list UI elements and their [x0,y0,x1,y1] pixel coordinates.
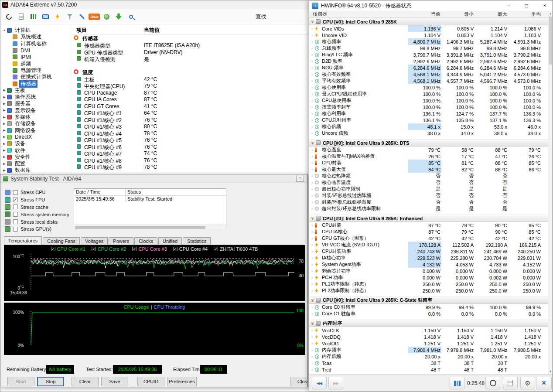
chevron-right-icon[interactable]: › [309,85,315,90]
sensor-row[interactable]: ›VccCLK1.150 V1.150 V1.150 V1.150 V [309,327,548,334]
close-button[interactable]: Close [290,377,308,386]
chevron-right-icon[interactable]: › [309,236,315,241]
column-header-sensor[interactable]: 传感器 [309,11,408,17]
minimize-button[interactable]: ─ [500,0,516,11]
sensor-row[interactable]: ›封装/环形总线过热降频否否否 [309,192,548,199]
display-icon[interactable] [40,11,51,22]
chevron-down-icon[interactable]: ∨ [309,216,316,221]
chevron-right-icon[interactable]: › [309,105,315,109]
sidebar-item[interactable]: ▶操作系统 [0,94,71,100]
sensor-row[interactable]: ›Core C1 驻留率0.0 %0.0 %0.0 %0.0 % [309,310,548,317]
sidebar-item[interactable]: ▶安全性 [0,154,71,160]
chevron-right-icon[interactable]: › [309,262,315,267]
sensor-section-header[interactable]: ∨CPU [#0]: Intel Core Ultra 9 285K: Enha… [309,215,548,222]
sensor-row[interactable]: ›总线频率99.8 MHz99.7 MHz99.8 MHz99.8 MHz [309,45,548,51]
chevron-right-icon[interactable]: › [309,335,315,339]
tree-expand-icon[interactable]: ▶ [2,142,7,146]
scroll-down-icon[interactable]: ▼ [548,369,553,374]
sensors-graph-button[interactable] [450,377,464,389]
sensor-row[interactable]: CPU #1/核心 #164 °C [71,109,310,116]
sensor-row[interactable]: 主板42 °C [71,76,310,83]
chevron-right-icon[interactable]: › [309,125,315,129]
sensor-row[interactable]: ›核心最大值84 °C82 °C88 °C86 °C [309,166,548,173]
sensor-row[interactable]: ›剩余芯片功率0.000 W0.000 W0.000 W0.000 W [309,268,548,274]
sensor-row[interactable]: ›Trcd48 T48 T48 T [309,366,548,373]
chevron-right-icon[interactable]: › [309,200,315,205]
sensor-row[interactable]: ›内存频率7,980.4 MHz7,979.8 MHz7,981.0 MHz7,… [309,347,548,353]
log-scrollbar-thumb[interactable] [75,226,205,229]
tab-clocks[interactable]: Clocks [134,237,157,245]
chevron-right-icon[interactable]: › [309,223,315,228]
sensor-section-header[interactable]: ∨CPU [#0]: Intel Core Ultra 9 285K [309,18,548,25]
chevron-right-icon[interactable]: › [309,27,315,31]
chevron-right-icon[interactable]: › [309,289,315,293]
sidebar-item[interactable]: 电源管理 [0,67,71,74]
close-sensors-button[interactable]: × [536,377,552,389]
tab-cooling-fans[interactable]: Cooling Fans [43,237,80,245]
sidebar-item[interactable]: 传感器 [0,80,71,87]
column-header-maximum[interactable]: 最大 [474,11,508,17]
sensor-row[interactable]: CPU #1/核心 #978 °C [71,164,310,170]
chevron-right-icon[interactable]: › [309,53,315,57]
chevron-down-icon[interactable]: ∨ [309,140,316,145]
tab-voltages[interactable]: Voltages [81,237,108,245]
chevron-down-icon[interactable]: ∨ [309,19,316,24]
sensor-row[interactable]: ›平均有效频率4,568.1 MHz4,557.7 MHz4,596.7 MHz… [309,78,548,84]
sensor-section-header[interactable]: ∨CPU [#0]: Intel Core Ultra 9 285K: DTS [309,139,548,147]
tab-temperatures[interactable]: Temperatures [4,236,42,245]
sensor-row[interactable]: ›VR VCC 电流 (SVID IOUT)178.128 A112.502 A… [309,242,548,248]
chevron-right-icon[interactable]: › [309,305,315,310]
scrollbar[interactable]: ▲ ▼ [548,11,553,374]
tab-statistics[interactable]: Statistics [183,237,211,245]
tree-expand-icon[interactable]: ▶ [2,169,7,172]
aida64-titlebar[interactable]: 64 AIDA64 Extreme v7.50.7200 [0,0,310,9]
chevron-down-icon[interactable]: ∨ [309,298,316,303]
sidebar-item[interactable]: 便携式计算机 [0,74,71,80]
tree-expand-icon[interactable]: ▶ [2,162,7,166]
sidebar-item[interactable]: ▶多媒体 [0,114,71,120]
sensor-row[interactable]: ›超出封装/环形总线功率限制是是是 [309,205,548,212]
sensor-row[interactable]: ›Uncore 倍频38.0 x34.0 x38.0 x38.0 x [309,130,548,136]
start-button[interactable]: Start [7,377,34,386]
sensor-row[interactable]: ›NGU 频率6,284.6 MHz6,284.6 MHz6,284.6 MHz… [309,65,548,71]
sensor-row[interactable]: ›PCH 功率0.000 W0.000 W0.002 W0.000 W [309,274,548,281]
tree-expand-icon[interactable]: ▶ [2,122,7,126]
chevron-right-icon[interactable]: › [309,99,315,103]
sensor-row[interactable]: ›PL2功率限制（静态）250.0 W250.0 W250.0 W250.0 W [309,287,548,294]
chevron-right-icon[interactable]: › [309,66,315,70]
tab-powers[interactable]: Powers [109,237,133,245]
tools-icon[interactable] [76,11,88,22]
sidebar-item[interactable]: IPMI [0,54,71,60]
sidebar-item[interactable]: DMI [0,47,71,54]
chevron-right-icon[interactable]: › [309,72,315,77]
sensor-row[interactable]: ›Core VIDs1.136 V0.605 V1.214 V1.086 V [309,25,548,32]
sensor-row[interactable]: ›核心倍频48.1 x15.0 x53.0 x46.0 x [309,123,548,130]
scroll-up-icon[interactable]: ▲ [548,11,553,16]
sensor-row[interactable]: CPU #1/核心 #676 °C [71,143,310,150]
chevron-right-icon[interactable]: › [309,92,315,96]
chevron-right-icon[interactable]: › [309,243,315,247]
tree-expand-icon[interactable]: ▶ [2,135,7,139]
sensor-row[interactable]: ›Uncore VID1.104 V0.853 V1.104 V1.103 V [309,32,548,38]
sensor-group-row[interactable]: 温度 [71,68,310,76]
sensor-row[interactable]: ›CPU封装87 °C79 °C90 °C85 °C [309,222,548,228]
legend-checkbox[interactable]: ✓ [132,247,137,251]
chevron-right-icon[interactable]: › [309,161,315,165]
sensor-row[interactable]: CPU #1/核心 #774 °C [71,150,310,157]
chevron-right-icon[interactable]: › [309,230,315,234]
close-button[interactable]: × [537,0,553,11]
sensor-row[interactable]: CPU #1/核心 #876 °C [71,157,310,164]
column-current-value[interactable]: 当前值 [144,27,160,34]
chevron-right-icon[interactable]: › [309,187,315,191]
find-label[interactable]: 查找 [256,13,266,20]
legend-checkbox[interactable]: ✓ [173,247,178,251]
chevron-right-icon[interactable]: › [309,154,315,159]
sensor-section-header[interactable]: ∨内存时序 [309,320,548,327]
chevron-right-icon[interactable]: › [309,269,315,273]
report-icon[interactable] [15,11,27,22]
hwinfo-titlebar[interactable]: i HWiNFO® 64 v8.10-5520 - 传感器状态 ─ □ × [309,0,553,11]
log-column-datetime[interactable]: Date / Time [74,189,126,195]
sensor-row[interactable]: ›D2D 频率2,992.6 MHz2,992.6 MHz2,992.6 MHz… [309,58,548,65]
chevron-right-icon[interactable]: › [309,40,315,44]
sensor-row[interactable]: ›CPU IA核心87 °C79 °C90 °C85 °C [309,228,548,235]
